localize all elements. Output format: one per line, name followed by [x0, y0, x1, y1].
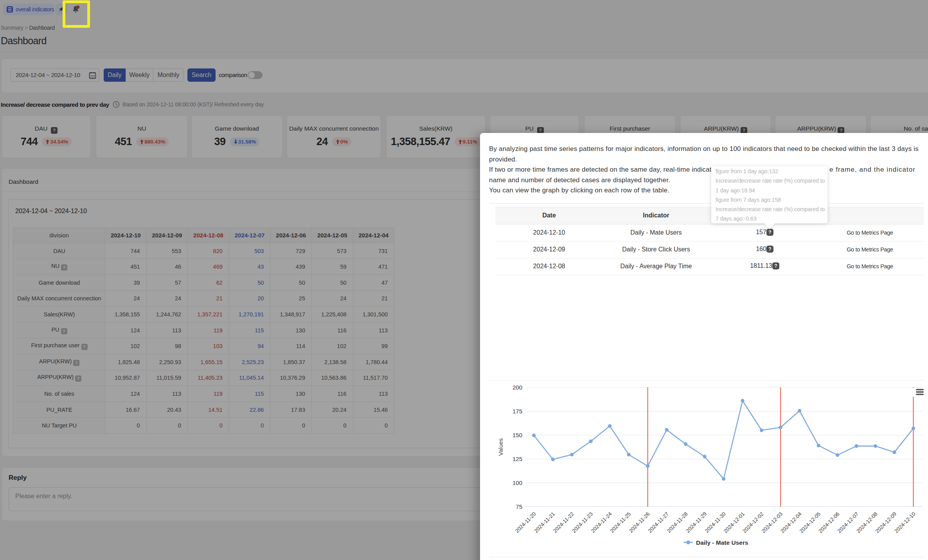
svg-text:75: 75: [516, 503, 522, 510]
svg-text:125: 125: [513, 456, 522, 462]
svg-text:Values: Values: [497, 438, 504, 456]
svg-text:100: 100: [513, 479, 522, 486]
svg-text:Daily - Mate Users: Daily - Mate Users: [696, 539, 748, 546]
svg-text:200: 200: [513, 384, 522, 391]
svg-text:175: 175: [513, 408, 522, 415]
svg-text:150: 150: [513, 432, 522, 438]
